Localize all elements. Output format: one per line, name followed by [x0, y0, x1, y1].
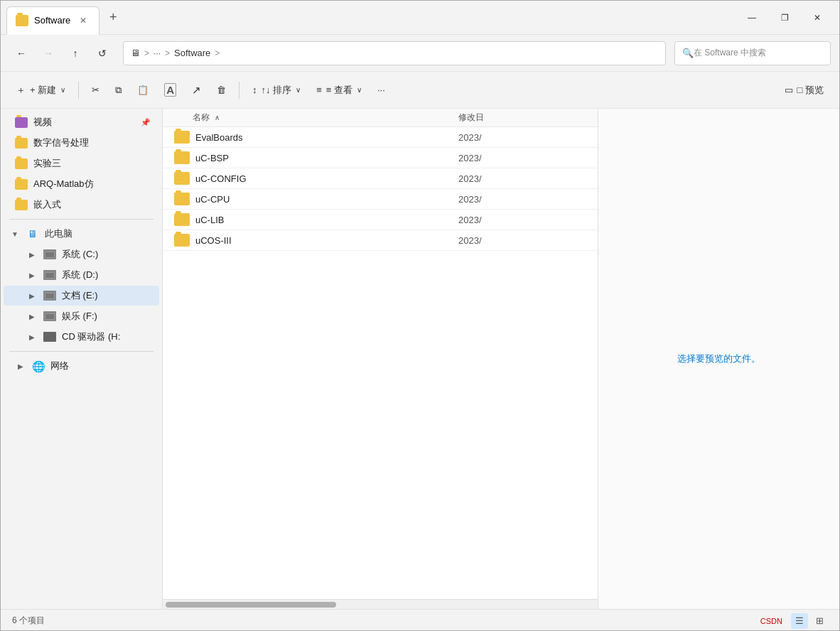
tab-title: Software: [34, 15, 70, 26]
address-current: Software: [174, 48, 210, 58]
tab-close-button[interactable]: ✕: [76, 14, 90, 28]
sidebar-this-pc[interactable]: ▼ 🖥 此电脑: [4, 224, 159, 244]
table-row[interactable]: uC-CPU 2023/: [163, 189, 598, 210]
file-name: uC-CONFIG: [195, 173, 458, 184]
folder-icon: [15, 200, 28, 210]
rename-button[interactable]: A: [157, 77, 183, 103]
sidebar-item-label: 系统 (D:): [62, 269, 98, 281]
sidebar-item-h-drive[interactable]: ▶ CD 驱动器 (H:: [4, 327, 159, 347]
pin-icon: 📌: [141, 118, 151, 127]
sort-button[interactable]: ↕ ↑↓ 排序 ∨: [245, 77, 308, 103]
search-icon: 🔍: [682, 48, 694, 58]
cut-button[interactable]: ✂: [85, 77, 107, 103]
address-bar[interactable]: 🖥 > ··· > Software >: [123, 41, 666, 65]
file-name: uC-BSP: [195, 153, 458, 163]
file-date: 2023/: [458, 173, 586, 184]
item-count: 6 个项目: [12, 615, 45, 627]
sidebar-divider-2: [9, 351, 154, 352]
paste-icon: 📋: [137, 85, 149, 95]
content-area: 名称 ∧ 修改日 EvalBoards 2023/ uC-BSP 2023/ u…: [163, 109, 598, 609]
sidebar-network-label: 网络: [50, 360, 69, 372]
folder-icon: [15, 158, 28, 169]
up-button[interactable]: ↑: [63, 41, 87, 65]
preview-icon: ▭: [785, 85, 793, 95]
table-row[interactable]: EvalBoards 2023/: [163, 127, 598, 148]
sidebar-item-label: ARQ-Matlab仿: [33, 178, 94, 190]
refresh-button[interactable]: ↺: [90, 41, 114, 65]
rename-icon: A: [164, 83, 176, 97]
tab-area: Software ✕ +: [6, 1, 736, 35]
folder-icon: [174, 151, 190, 164]
status-right: CSDN ☰ ⊞: [760, 613, 828, 629]
folder-icon: [174, 213, 190, 226]
sidebar-item-label: 嵌入式: [33, 198, 61, 211]
sidebar-item-embedded[interactable]: 嵌入式: [4, 195, 159, 215]
sidebar: 视频 📌 数字信号处理 实验三 ARQ-Matlab仿 嵌入式 ▼ 🖥 此电脑: [1, 109, 163, 609]
expand-icon: ▶: [26, 311, 38, 322]
table-row[interactable]: uC-BSP 2023/: [163, 148, 598, 168]
drive-icon: [43, 332, 56, 342]
view-button[interactable]: ≡ ≡ 查看 ∨: [309, 77, 369, 103]
new-tab-button[interactable]: +: [102, 7, 124, 28]
sidebar-item-lab3[interactable]: 实验三: [4, 153, 159, 173]
window-controls: — ❐ ✕: [736, 6, 834, 29]
close-button[interactable]: ✕: [801, 6, 834, 29]
copy-icon: ⧉: [115, 85, 122, 96]
minimize-button[interactable]: —: [736, 6, 768, 29]
table-row[interactable]: uCOS-III 2023/: [163, 230, 598, 251]
file-name: uCOS-III: [195, 235, 458, 246]
table-row[interactable]: uC-LIB 2023/: [163, 210, 598, 230]
status-bar: 6 个项目 CSDN ☰ ⊞: [1, 609, 839, 631]
sort-icon: ↕: [252, 85, 257, 95]
sidebar-item-e-drive[interactable]: ▶ 文档 (E:): [4, 286, 159, 306]
col-name-header[interactable]: 名称 ∧: [174, 112, 458, 124]
folder-icon: [174, 193, 190, 205]
back-button[interactable]: ←: [9, 41, 33, 65]
sidebar-item-c-drive[interactable]: ▶ 系统 (C:): [4, 244, 159, 264]
toolbar-divider-1: [78, 82, 79, 99]
scrollbar-thumb[interactable]: [166, 602, 336, 608]
maximize-button[interactable]: ❐: [768, 6, 801, 29]
paste-button[interactable]: 📋: [130, 77, 156, 103]
sidebar-divider: [9, 219, 154, 220]
preview-button[interactable]: ▭ □ 预览: [777, 77, 831, 103]
col-date-header[interactable]: 修改日: [458, 112, 586, 124]
grid-view-button[interactable]: ⊞: [811, 613, 828, 629]
sidebar-item-label: 实验三: [33, 157, 61, 170]
sidebar-item-network[interactable]: ▶ 🌐 网络: [4, 356, 159, 376]
sidebar-item-d-drive[interactable]: ▶ 系统 (D:): [4, 265, 159, 285]
sidebar-item-digital-signal[interactable]: 数字信号处理: [4, 133, 159, 153]
delete-button[interactable]: 🗑: [210, 77, 233, 103]
new-button[interactable]: ＋ + 新建 ∨: [9, 77, 72, 103]
file-date: 2023/: [458, 153, 586, 163]
forward-button[interactable]: →: [36, 41, 60, 65]
new-arrow: ∨: [60, 86, 65, 94]
list-view-button[interactable]: ☰: [791, 613, 808, 629]
folder-icon: [15, 138, 28, 149]
share-button[interactable]: ↗: [185, 77, 208, 103]
active-tab[interactable]: Software ✕: [6, 6, 99, 35]
sidebar-item-f-drive[interactable]: ▶ 娱乐 (F:): [4, 306, 159, 326]
more-button[interactable]: ···: [370, 77, 392, 103]
address-root: 🖥: [131, 48, 140, 58]
address-more[interactable]: ···: [154, 48, 161, 58]
toolbar-divider-2: [239, 82, 239, 99]
expand-icon: ▶: [15, 360, 26, 372]
cut-icon: ✂: [92, 85, 99, 95]
expand-icon: ▶: [26, 331, 38, 343]
tab-folder-icon: [16, 15, 28, 26]
sidebar-item-label: 娱乐 (F:): [62, 310, 97, 323]
sidebar-item-label: 系统 (C:): [62, 248, 98, 261]
file-name: EvalBoards: [195, 132, 458, 143]
address-arrow2: >: [165, 48, 170, 58]
file-date: 2023/: [458, 132, 586, 143]
search-bar[interactable]: 🔍 在 Software 中搜索: [674, 41, 831, 65]
sidebar-item-videos[interactable]: 视频 📌: [4, 112, 159, 132]
sidebar-item-arq-matlab[interactable]: ARQ-Matlab仿: [4, 174, 159, 194]
table-row[interactable]: uC-CONFIG 2023/: [163, 168, 598, 189]
sidebar-item-label: CD 驱动器 (H:: [62, 330, 120, 343]
new-icon: ＋: [16, 84, 26, 97]
horizontal-scrollbar[interactable]: [163, 599, 598, 609]
copy-button[interactable]: ⧉: [108, 77, 129, 103]
drive-icon: [43, 270, 56, 280]
